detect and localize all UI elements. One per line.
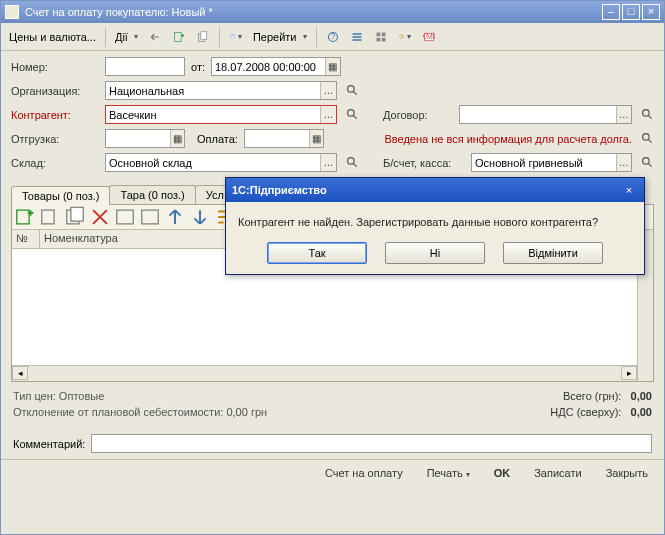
grid-icon[interactable]	[370, 26, 392, 48]
svg-rect-12	[381, 32, 385, 36]
total-value: 0,00	[631, 390, 652, 402]
app-icon	[5, 5, 19, 19]
comment-field[interactable]	[91, 434, 652, 453]
ellipsis-icon[interactable]: …	[320, 154, 336, 171]
modal-title: 1С:Підприємство	[232, 184, 327, 196]
close-button-bottom[interactable]: Закрыть	[598, 464, 656, 482]
bschet-label: Б/счет, касса:	[383, 157, 465, 169]
svg-rect-0	[174, 32, 181, 41]
tab-tara[interactable]: Тара (0 поз.)	[109, 185, 195, 204]
nds-label: НДС (сверху):	[550, 406, 621, 418]
toolbar: Цены и валюта... Дії Перейти ? XML	[1, 23, 664, 51]
svg-point-20	[642, 110, 649, 117]
ellipsis-icon[interactable]: …	[320, 106, 336, 123]
svg-rect-14	[381, 37, 385, 41]
search-icon[interactable]	[640, 106, 654, 123]
total-label: Всего (грн):	[563, 390, 622, 402]
footer: Тип цен: Оптовые Всего (грн): 0,00 Откло…	[1, 382, 664, 430]
info-message: Введена не вся информация для расчета до…	[330, 133, 632, 145]
search-icon[interactable]	[640, 154, 654, 171]
search-icon[interactable]	[345, 82, 359, 99]
svg-text:?: ?	[330, 32, 335, 41]
copy-row-icon[interactable]	[64, 207, 86, 227]
otkl-text: Отклонение от плановой себестоимости: 0,…	[13, 406, 267, 418]
h-scrollbar[interactable]: ◂ ▸	[12, 365, 637, 381]
tool-copy-icon[interactable]	[192, 26, 214, 48]
oplata-label: Оплата:	[197, 133, 238, 145]
svg-rect-27	[71, 207, 83, 221]
svg-rect-10	[352, 39, 361, 41]
help-icon[interactable]: ?	[322, 26, 344, 48]
search-icon[interactable]	[640, 130, 654, 147]
date-field[interactable]: ▦	[211, 57, 341, 76]
svg-rect-9	[352, 36, 361, 38]
edit-row-icon[interactable]	[39, 207, 61, 227]
col-n: №	[12, 230, 40, 248]
contr-label: Контрагент:	[11, 109, 99, 121]
clock-icon[interactable]	[394, 26, 416, 48]
dogovor-field[interactable]: …	[459, 105, 632, 124]
schet-button[interactable]: Счет на оплату	[317, 464, 411, 482]
bschet-field[interactable]: …	[471, 153, 632, 172]
calendar-icon[interactable]: ▦	[309, 130, 323, 147]
tab-goods[interactable]: Товары (0 поз.)	[11, 186, 110, 205]
svg-point-19	[347, 110, 354, 117]
close-button[interactable]: ×	[642, 4, 660, 20]
add-row-icon[interactable]	[14, 207, 36, 227]
org-field[interactable]: …	[105, 81, 337, 100]
modal-close-icon[interactable]: ×	[620, 182, 638, 198]
otgruzka-field[interactable]: ▦	[105, 129, 185, 148]
titlebar: Счет на оплату покупателю: Новый * – □ ×	[1, 1, 664, 23]
delete-row-icon[interactable]	[89, 207, 111, 227]
prices-currency-menu[interactable]: Цены и валюта...	[5, 31, 100, 43]
actions-menu[interactable]: Дії	[111, 31, 142, 43]
xml-icon[interactable]: XML	[418, 26, 440, 48]
bottom-bar: Счет на оплату Печать OK Записати Закрыт…	[1, 459, 664, 486]
scroll-left-icon[interactable]: ◂	[12, 366, 28, 380]
modal-message: Контрагент не найден. Зарегистрировать д…	[238, 216, 632, 228]
svg-rect-8	[352, 33, 361, 35]
pricetype-text: Тип цен: Оптовые	[13, 390, 104, 402]
window-title: Счет на оплату покупателю: Новый *	[25, 6, 600, 18]
oplata-field[interactable]: ▦	[244, 129, 324, 148]
svg-point-18	[347, 86, 354, 93]
svg-rect-25	[42, 210, 54, 224]
svg-point-21	[642, 134, 649, 141]
print-button[interactable]: Печать	[419, 464, 478, 482]
svg-text:XML: XML	[423, 32, 435, 41]
up-icon[interactable]	[164, 207, 186, 227]
down-icon[interactable]	[189, 207, 211, 227]
search-icon[interactable]	[345, 154, 359, 171]
tool-doc-icon[interactable]	[225, 26, 247, 48]
ellipsis-icon[interactable]: …	[616, 154, 631, 171]
svg-rect-13	[376, 37, 380, 41]
dogovor-label: Договор:	[383, 109, 453, 121]
svg-rect-2	[201, 31, 207, 39]
scroll-right-icon[interactable]: ▸	[621, 366, 637, 380]
contr-field[interactable]: …	[105, 105, 337, 124]
modal-dialog: 1С:Підприємство × Контрагент не найден. …	[225, 177, 645, 275]
modal-no-button[interactable]: Ні	[385, 242, 485, 264]
list-icon[interactable]	[346, 26, 368, 48]
svg-rect-11	[376, 32, 380, 36]
maximize-button[interactable]: □	[622, 4, 640, 20]
ellipsis-icon[interactable]: …	[616, 106, 632, 123]
calendar-icon[interactable]: ▦	[325, 58, 340, 75]
tool-left-icon[interactable]	[144, 26, 166, 48]
go-menu[interactable]: Перейти	[249, 31, 311, 43]
number-field[interactable]	[105, 57, 185, 76]
ok-button[interactable]: OK	[486, 464, 519, 482]
save-button[interactable]: Записати	[526, 464, 589, 482]
modal-cancel-button[interactable]: Відмінити	[503, 242, 603, 264]
svg-rect-28	[117, 210, 134, 224]
minimize-button[interactable]: –	[602, 4, 620, 20]
ellipsis-icon[interactable]: …	[320, 82, 336, 99]
move-icon[interactable]	[114, 207, 136, 227]
modal-yes-button[interactable]: Так	[267, 242, 367, 264]
otgruzka-label: Отгрузка:	[11, 133, 99, 145]
search-icon[interactable]	[345, 106, 359, 123]
calendar-icon[interactable]: ▦	[170, 130, 184, 147]
move2-icon[interactable]	[139, 207, 161, 227]
tool-add-icon[interactable]	[168, 26, 190, 48]
sklad-field[interactable]: …	[105, 153, 337, 172]
